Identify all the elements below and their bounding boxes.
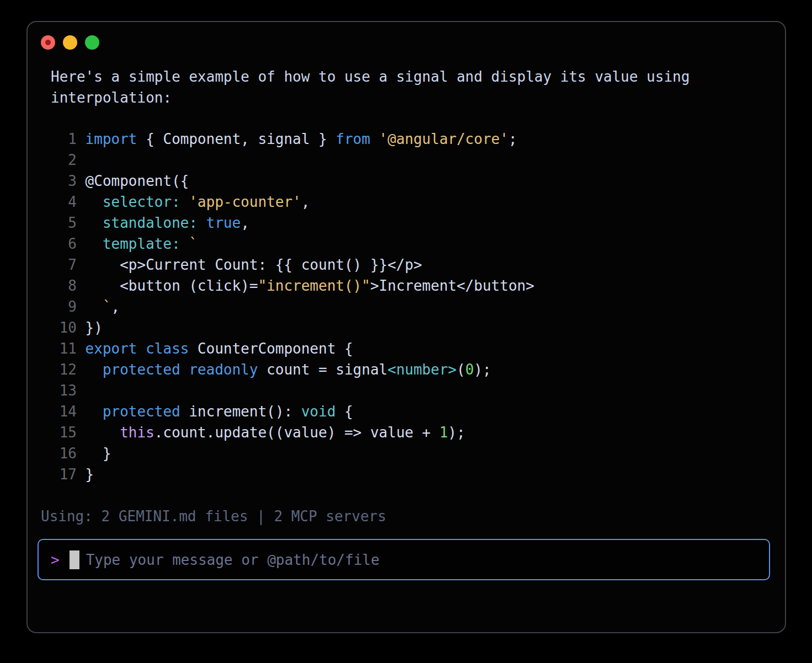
line-number: 10 — [51, 317, 77, 338]
message-input[interactable]: > Type your message or @path/to/file — [38, 539, 770, 580]
input-placeholder: Type your message or @path/to/file — [86, 552, 380, 568]
code-token-plain: @Component({ — [86, 173, 189, 189]
code-token-plain — [180, 194, 189, 210]
minimize-window-button[interactable] — [63, 35, 77, 50]
code-line: 6 template: ` — [51, 233, 535, 254]
code-token-kw: true — [206, 215, 241, 231]
close-window-button[interactable] — [41, 35, 55, 50]
text-cursor — [70, 550, 79, 569]
code-line: 16 } — [51, 443, 535, 464]
code-line: 4 selector: 'app-counter', — [51, 191, 535, 212]
code-token-plain — [86, 236, 103, 252]
code-token-plain — [370, 131, 379, 147]
assistant-message: Here's a simple example of how to use a … — [51, 66, 690, 108]
code-token-plain — [86, 215, 103, 231]
code-token-plain — [180, 361, 189, 378]
line-number: 5 — [51, 212, 77, 233]
code-token-plain: >Increment</button> — [370, 277, 534, 294]
code-token-plain: , — [241, 215, 249, 231]
code-token-plain: <p>Current Count: {{ count() }}</p> — [86, 256, 422, 273]
code-token-plain: <button (click)= — [86, 277, 258, 294]
code-line: 12 protected readonly count = signal<num… — [51, 359, 535, 380]
code-token-plain — [86, 194, 103, 210]
line-number: 9 — [51, 296, 77, 317]
code-line: 7 <p>Current Count: {{ count() }}</p> — [51, 254, 535, 275]
code-token-num_lit: 1 — [439, 424, 448, 441]
code-token-type: template: — [103, 236, 180, 252]
code-token-plain — [86, 403, 103, 420]
code-token-str: ` — [189, 236, 197, 252]
code-line: 14 protected increment(): void { — [51, 401, 535, 422]
code-token-kw: readonly — [189, 361, 258, 378]
code-token-plain: }) — [86, 319, 103, 336]
line-number: 6 — [51, 233, 77, 254]
code-token-plain: { Component, signal } — [137, 131, 336, 147]
code-token-num_lit: 0 — [465, 361, 474, 378]
code-token-type: standalone: — [103, 215, 197, 231]
code-token-str: "increment()" — [258, 277, 371, 294]
code-line: 11export class CounterComponent { — [51, 338, 535, 359]
code-line: 5 standalone: true, — [51, 212, 535, 233]
code-line: 15 this.count.update((value) => value + … — [51, 422, 535, 443]
code-token-plain — [137, 340, 146, 357]
line-number: 2 — [51, 149, 77, 170]
code-token-type: selector: — [103, 194, 180, 210]
code-token-kw: from — [336, 131, 371, 147]
context-status-text: Using: 2 GEMINI.md files | 2 MCP servers — [41, 506, 386, 527]
code-token-plain — [197, 215, 206, 231]
code-token-plain — [86, 424, 120, 441]
code-line: 1import { Component, signal } from '@ang… — [51, 129, 535, 149]
line-number: 16 — [51, 443, 77, 464]
code-token-plain — [86, 361, 103, 378]
code-token-plain: } — [86, 445, 111, 462]
code-token-type: <number> — [388, 361, 457, 378]
line-number: 13 — [51, 380, 77, 401]
code-token-str: ` — [103, 298, 111, 315]
code-token-type: void — [301, 403, 336, 420]
prompt-caret: > — [51, 552, 60, 568]
code-token-plain: ); — [474, 361, 491, 378]
line-number: 7 — [51, 254, 77, 275]
line-number: 11 — [51, 338, 77, 359]
line-number: 8 — [51, 275, 77, 296]
code-line: 3@Component({ — [51, 170, 535, 191]
window-controls — [41, 35, 99, 50]
code-token-this: this — [120, 424, 154, 441]
terminal-window: Here's a simple example of how to use a … — [26, 21, 786, 633]
code-block: 1import { Component, signal } from '@ang… — [51, 129, 535, 485]
code-token-plain: ( — [457, 361, 466, 378]
code-line: 17} — [51, 464, 535, 485]
line-number: 12 — [51, 359, 77, 380]
code-token-str: 'app-counter' — [189, 194, 301, 210]
zoom-window-button[interactable] — [85, 35, 99, 50]
code-token-kw: export — [86, 340, 137, 357]
code-token-plain — [180, 236, 189, 252]
code-token-kw: class — [146, 340, 189, 357]
line-number: 15 — [51, 422, 77, 443]
code-token-plain: , — [111, 298, 120, 315]
code-line: 10}) — [51, 317, 535, 338]
code-token-plain: ); — [448, 424, 465, 441]
code-token-plain: { — [336, 403, 353, 420]
line-number: 14 — [51, 401, 77, 422]
line-number: 4 — [51, 191, 77, 212]
line-number: 1 — [51, 129, 77, 149]
code-token-plain: count = signal — [258, 361, 388, 378]
code-token-plain: , — [301, 194, 310, 210]
code-token-plain: } — [86, 466, 94, 483]
line-number: 3 — [51, 170, 77, 191]
code-token-kw: protected — [103, 403, 180, 420]
code-token-plain: increment(): — [180, 403, 301, 420]
line-number: 17 — [51, 464, 77, 485]
code-token-plain — [86, 298, 103, 315]
code-token-str: '@angular/core' — [379, 131, 509, 147]
code-line: 8 <button (click)="increment()">Incremen… — [51, 275, 535, 296]
code-line: 9 `, — [51, 296, 535, 317]
code-token-kw: protected — [103, 361, 180, 378]
code-token-kw: import — [86, 131, 137, 147]
code-token-plain: CounterComponent { — [189, 340, 352, 357]
code-line: 13 — [51, 380, 535, 401]
code-line: 2 — [51, 149, 535, 170]
code-token-plain: .count.update((value) => value + — [154, 424, 440, 441]
code-token-plain: ; — [509, 131, 517, 147]
